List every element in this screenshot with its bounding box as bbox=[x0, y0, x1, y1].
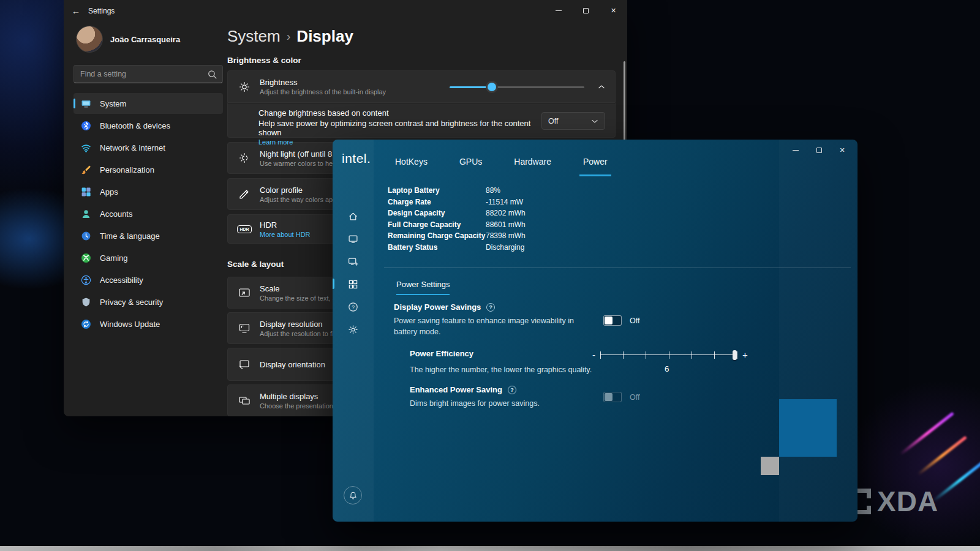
tab-gpus[interactable]: GPUs bbox=[456, 154, 486, 176]
user-profile[interactable]: João Carrasqueira bbox=[74, 24, 223, 61]
apps-icon bbox=[81, 187, 91, 197]
display-power-savings-toggle[interactable] bbox=[603, 315, 622, 326]
sidebar-item-gaming[interactable]: Gaming bbox=[74, 247, 223, 268]
enhanced-power-saving-toggle[interactable] bbox=[603, 392, 622, 402]
close-icon: ✕ bbox=[839, 146, 845, 154]
hdr-icon: HDR bbox=[238, 225, 251, 233]
intel-sidebar-icons: ? bbox=[333, 211, 374, 335]
night-light-title: Night light (off until 8:37 bbox=[260, 149, 344, 159]
content-brightness-dropdown[interactable]: Off bbox=[541, 112, 605, 130]
sidebar-item-network[interactable]: Network & internet bbox=[74, 137, 223, 158]
sidebar-item-label: Accessibility bbox=[100, 276, 143, 285]
sidebar-item-personalization[interactable]: Personalization bbox=[74, 159, 223, 180]
brightness-card[interactable]: Brightness Adjust the brightness of the … bbox=[227, 70, 616, 103]
sidebar-item-apps[interactable]: Apps bbox=[74, 181, 223, 202]
sidebar-item-windows-update[interactable]: Windows Update bbox=[74, 313, 223, 334]
display-resolution-desc: Adjust the resolution to fit y bbox=[260, 330, 341, 337]
wifi-icon bbox=[81, 143, 91, 153]
tab-hotkeys[interactable]: HotKeys bbox=[391, 154, 431, 176]
power-efficiency-slider-group: - + 6 bbox=[592, 350, 758, 373]
slider-handle[interactable] bbox=[733, 350, 737, 360]
maximize-button[interactable] bbox=[807, 141, 831, 159]
sidebar-item-accessibility[interactable]: Accessibility bbox=[74, 269, 223, 290]
sidebar-item-accounts[interactable]: Accounts bbox=[74, 203, 223, 224]
close-button[interactable]: ✕ bbox=[600, 0, 627, 21]
preferences-gear-button[interactable] bbox=[333, 324, 374, 335]
clock-icon bbox=[81, 231, 91, 241]
table-row: Design Capacity 88202 mWh bbox=[388, 208, 526, 219]
breadcrumb: System › Display bbox=[227, 27, 616, 46]
battery-label: Charge Rate bbox=[388, 197, 486, 208]
scale-title: Scale bbox=[260, 284, 344, 293]
chevron-down-icon bbox=[591, 118, 598, 125]
minimize-button[interactable] bbox=[545, 0, 572, 21]
power-efficiency-slider[interactable] bbox=[600, 351, 737, 359]
sidebar-item-label: Apps bbox=[100, 187, 118, 197]
content-brightness-desc: Help save power by optimizing screen con… bbox=[258, 119, 541, 137]
battery-info-table: Laptop Battery 88% Charge Rate -11514 mW… bbox=[388, 185, 526, 253]
help-icon[interactable]: ? bbox=[486, 303, 495, 312]
multiple-displays-title: Multiple displays bbox=[260, 392, 344, 401]
notifications-bell-button[interactable] bbox=[344, 486, 362, 504]
color-profile-icon bbox=[238, 188, 251, 200]
accessibility-icon bbox=[81, 275, 91, 285]
background-glow bbox=[845, 380, 980, 551]
battery-label: Laptop Battery bbox=[388, 185, 486, 197]
system-icon bbox=[81, 99, 91, 109]
chevron-up-icon[interactable] bbox=[598, 83, 605, 91]
sidebar-item-system[interactable]: System bbox=[74, 93, 223, 114]
table-row: Remaining Charge Capacity 78398 mWh bbox=[388, 230, 526, 242]
settings-window-title: Settings bbox=[88, 7, 115, 15]
table-row: Battery Status Discharging bbox=[388, 242, 526, 253]
intel-tab-bar: HotKeys GPUs Hardware Power bbox=[391, 154, 611, 176]
color-profile-desc: Adjust the way colors appea bbox=[260, 196, 344, 203]
slider-knob[interactable] bbox=[488, 83, 496, 91]
tab-hardware[interactable]: Hardware bbox=[510, 154, 555, 176]
brightness-desc: Adjust the brightness of the built-in di… bbox=[260, 88, 386, 96]
sidebar-item-time-language[interactable]: Time & language bbox=[74, 225, 223, 246]
search-box[interactable] bbox=[74, 65, 223, 83]
display-power-savings-state: Off bbox=[630, 317, 639, 325]
slider-minus-label[interactable]: - bbox=[592, 350, 595, 359]
back-icon[interactable]: ← bbox=[64, 0, 88, 22]
sidebar-item-label: Windows Update bbox=[100, 320, 160, 329]
battery-value: 88% bbox=[486, 185, 500, 197]
battery-label: Remaining Charge Capacity bbox=[388, 230, 486, 242]
tab-power-settings[interactable]: Power Settings bbox=[396, 280, 450, 295]
intel-window: ✕ intel. ? HotKeys GPUs Hardware Power bbox=[333, 140, 858, 522]
minimize-button[interactable] bbox=[784, 141, 807, 159]
system-grid-button[interactable] bbox=[333, 279, 374, 290]
slider-fill bbox=[450, 86, 492, 88]
battery-label: Design Capacity bbox=[388, 208, 486, 219]
sidebar-item-privacy[interactable]: Privacy & security bbox=[74, 291, 223, 312]
sidebar-item-label: Time & language bbox=[100, 231, 160, 241]
maximize-icon bbox=[816, 148, 822, 153]
content-brightness-card: Change brightness based on content Help … bbox=[227, 103, 616, 138]
maximize-button[interactable] bbox=[572, 0, 600, 21]
tab-power[interactable]: Power bbox=[579, 154, 611, 176]
enhanced-power-saving-title: Enhanced Power Saving bbox=[410, 385, 502, 394]
search-input[interactable] bbox=[80, 70, 207, 78]
sidebar-item-bluetooth[interactable]: Bluetooth & devices bbox=[74, 115, 223, 136]
close-button[interactable]: ✕ bbox=[831, 141, 854, 159]
display-button[interactable] bbox=[333, 234, 374, 244]
home-button[interactable] bbox=[333, 211, 374, 222]
table-row: Charge Rate -11514 mW bbox=[388, 197, 526, 208]
sidebar-item-label: Gaming bbox=[100, 253, 128, 263]
intel-background-band bbox=[779, 140, 858, 522]
minimize-icon bbox=[793, 150, 799, 151]
battery-label: Full Charge Capacity bbox=[388, 219, 486, 231]
slider-plus-label[interactable]: + bbox=[742, 350, 748, 359]
battery-value: Discharging bbox=[486, 242, 524, 253]
more-about-hdr-link[interactable]: More about HDR bbox=[260, 231, 311, 238]
help-icon[interactable]: ? bbox=[508, 386, 516, 394]
breadcrumb-system[interactable]: System bbox=[227, 27, 281, 46]
support-button[interactable]: ? bbox=[333, 302, 374, 312]
power-efficiency-value: 6 bbox=[665, 364, 758, 373]
page-title: Display bbox=[296, 27, 353, 46]
search-icon bbox=[207, 69, 217, 80]
xbox-icon bbox=[81, 253, 91, 263]
xda-watermark: XDA bbox=[849, 487, 938, 515]
display-add-button[interactable] bbox=[333, 257, 374, 267]
brightness-slider[interactable] bbox=[450, 82, 584, 92]
